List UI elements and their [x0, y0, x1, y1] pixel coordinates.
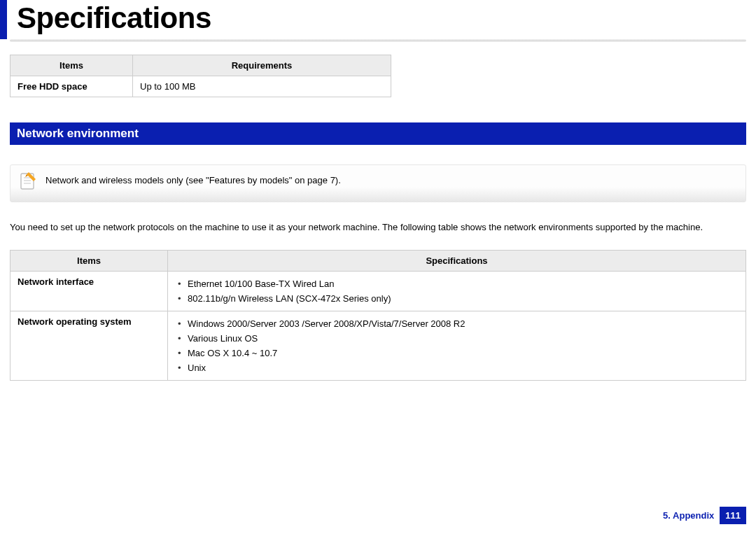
network-spec-table: Items Specifications Network interface E… — [10, 250, 746, 381]
table-header: Requirements — [133, 55, 391, 76]
note-box: Network and wireless models only (see "F… — [10, 164, 746, 202]
section-header: Network environment — [10, 122, 746, 145]
list-item: 802.11b/g/n Wireless LAN (SCX-472x Serie… — [175, 291, 738, 306]
page-title: Specifications — [17, 0, 756, 35]
requirements-table: Items Requirements Free HDD space Up to … — [10, 55, 391, 97]
note-text: Network and wireless models only (see "F… — [46, 171, 341, 185]
table-header: Items — [10, 251, 168, 272]
row-value: Up to 100 MB — [133, 76, 391, 97]
list-item: Mac OS X 10.4 ~ 10.7 — [175, 346, 738, 360]
row-label: Free HDD space — [10, 76, 133, 97]
list-item: Various Linux OS — [175, 331, 738, 346]
footer-page-number: 111 — [720, 507, 746, 524]
page-footer: 5. Appendix 111 — [663, 507, 746, 524]
row-label: Network operating system — [10, 311, 168, 381]
row-value: Ethernet 10/100 Base-TX Wired Lan 802.11… — [168, 272, 746, 311]
note-icon — [19, 171, 37, 192]
table-header: Specifications — [168, 251, 746, 272]
table-header: Items — [10, 55, 133, 76]
table-row: Network interface Ethernet 10/100 Base-T… — [10, 272, 746, 311]
title-divider — [10, 39, 746, 42]
intro-paragraph: You need to set up the network protocols… — [10, 220, 746, 234]
row-label: Network interface — [10, 272, 168, 311]
table-row: Network operating system Windows 2000/Se… — [10, 311, 746, 381]
table-row: Free HDD space Up to 100 MB — [10, 76, 391, 97]
list-item: Windows 2000/Server 2003 /Server 2008/XP… — [175, 316, 738, 331]
list-item: Ethernet 10/100 Base-TX Wired Lan — [175, 276, 738, 291]
row-value: Windows 2000/Server 2003 /Server 2008/XP… — [168, 311, 746, 381]
footer-chapter: 5. Appendix — [663, 510, 714, 521]
list-item: Unix — [175, 360, 738, 375]
